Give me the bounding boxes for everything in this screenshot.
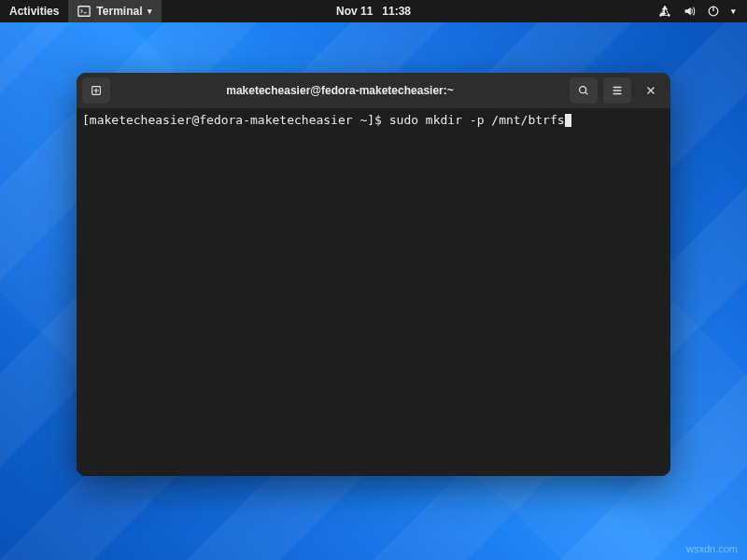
window-title: maketecheasier@fedora-maketecheasier:~ [116, 84, 564, 97]
cursor [565, 114, 571, 127]
network-icon [658, 5, 671, 18]
command-text: sudo mkdir -p /mnt/btrfs [389, 113, 565, 127]
new-tab-button[interactable] [82, 77, 110, 104]
chevron-down-icon: ▾ [731, 7, 736, 16]
activities-label: Activities [9, 5, 59, 18]
search-button[interactable] [570, 77, 598, 104]
app-menu-label: Terminal [96, 5, 142, 18]
clock[interactable]: Nov 11 11:38 [336, 5, 411, 18]
terminal-line: [maketecheasier@fedora-maketecheasier ~]… [82, 112, 665, 129]
date-label: Nov 11 [336, 5, 373, 18]
terminal-body[interactable]: [maketecheasier@fedora-maketecheasier ~]… [77, 108, 670, 476]
window-titlebar[interactable]: maketecheasier@fedora-maketecheasier:~ [77, 73, 670, 108]
watermark: wsxdn.com [686, 543, 738, 554]
terminal-icon [78, 5, 91, 18]
svg-line-8 [585, 92, 588, 95]
activities-button[interactable]: Activities [0, 0, 68, 22]
menu-button[interactable] [603, 77, 631, 104]
power-icon [707, 5, 720, 18]
svg-point-7 [580, 87, 586, 93]
svg-rect-0 [78, 7, 90, 17]
chevron-down-icon: ▾ [148, 7, 152, 16]
time-label: 11:38 [382, 5, 411, 18]
prompt: [maketecheasier@fedora-maketecheasier ~]… [82, 113, 389, 127]
app-menu[interactable]: Terminal ▾ [68, 0, 162, 22]
volume-icon [683, 5, 696, 18]
gnome-topbar: Activities Terminal ▾ Nov 11 11:38 ▾ [0, 0, 747, 22]
close-button[interactable] [637, 77, 665, 104]
system-menu[interactable]: ▾ [658, 5, 747, 18]
terminal-window: maketecheasier@fedora-maketecheasier:~ [… [77, 73, 670, 476]
